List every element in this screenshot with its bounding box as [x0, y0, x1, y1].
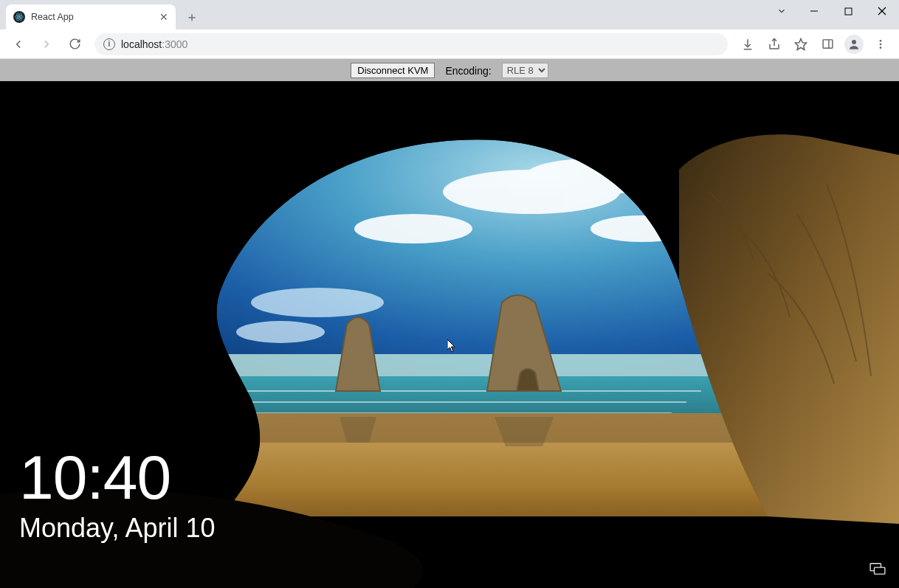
forward-button[interactable] [34, 33, 59, 55]
download-icon[interactable] [735, 33, 760, 55]
svg-point-12 [852, 40, 856, 44]
window-maximize-button[interactable] [831, 0, 865, 22]
network-status-icon[interactable] [869, 561, 886, 578]
side-panel-icon[interactable] [815, 33, 840, 55]
svg-rect-5 [845, 8, 852, 15]
new-tab-button[interactable]: ＋ [182, 7, 202, 27]
bookmark-star-icon[interactable] [788, 33, 813, 55]
browser-titlebar: React App ✕ ＋ [0, 0, 899, 30]
encoding-label: Encoding: [445, 65, 491, 77]
address-text: localhost:3000 [121, 38, 187, 50]
site-info-icon[interactable]: i [103, 38, 115, 50]
svg-rect-32 [875, 567, 885, 574]
mouse-cursor-icon [447, 339, 456, 353]
svg-point-14 [880, 43, 882, 45]
window-minimize-button[interactable] [797, 0, 831, 22]
tab-close-icon[interactable]: ✕ [159, 11, 168, 23]
browser-toolbar: i localhost:3000 [0, 30, 899, 59]
lockscreen-time: 10:40 [19, 446, 215, 508]
profile-avatar[interactable] [841, 33, 867, 55]
window-close-button[interactable] [865, 0, 899, 22]
window-controls [797, 0, 899, 22]
kvm-control-bar: Disconnect KVM Encoding: RLE 8 [0, 59, 899, 81]
lockscreen-clock: 10:40 Monday, April 10 [19, 446, 215, 544]
reload-button[interactable] [62, 33, 87, 55]
remote-screen[interactable]: 10:40 Monday, April 10 [0, 81, 899, 588]
address-host: localhost [121, 38, 162, 50]
address-port: :3000 [162, 38, 187, 50]
lockscreen-date: Monday, April 10 [19, 513, 215, 544]
browser-tab[interactable]: React App ✕ [6, 4, 176, 30]
svg-point-15 [880, 46, 882, 49]
address-bar[interactable]: i localhost:3000 [94, 33, 728, 55]
svg-point-13 [880, 40, 882, 42]
react-favicon-icon [13, 11, 25, 23]
tab-title: React App [31, 12, 154, 22]
disconnect-kvm-button[interactable]: Disconnect KVM [351, 63, 435, 78]
svg-point-20 [354, 214, 472, 243]
svg-rect-10 [823, 40, 833, 48]
back-button[interactable] [6, 33, 31, 55]
svg-marker-9 [796, 38, 807, 49]
svg-point-22 [251, 288, 384, 317]
tab-search-chevron-icon[interactable] [769, 0, 794, 22]
encoding-select[interactable]: RLE 8 [502, 63, 548, 78]
svg-point-1 [16, 15, 24, 18]
kebab-menu-icon[interactable] [868, 33, 893, 55]
share-icon[interactable] [762, 33, 787, 55]
svg-point-23 [236, 321, 325, 343]
